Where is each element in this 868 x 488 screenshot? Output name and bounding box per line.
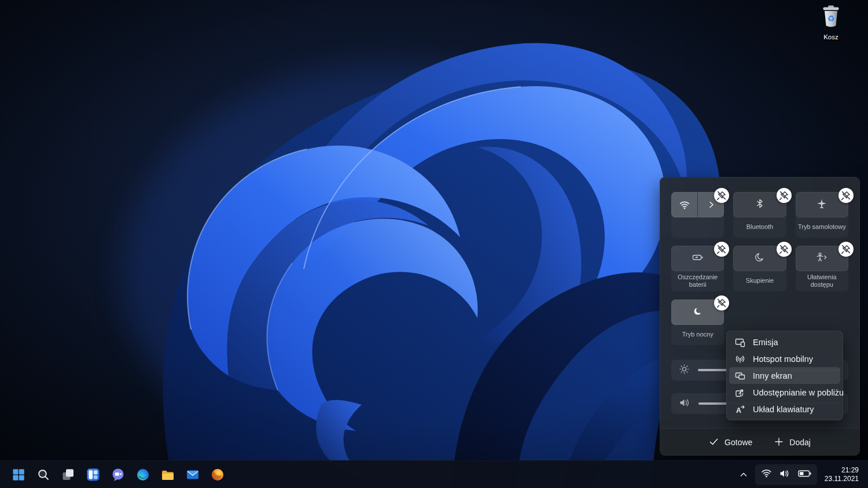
menu-item-label: Udostępnianie w pobliżu — [753, 388, 844, 397]
task-view-button[interactable] — [57, 464, 79, 486]
search-button[interactable] — [32, 464, 54, 486]
battery-tray-icon — [798, 469, 811, 480]
unpin-badge[interactable] — [714, 295, 729, 310]
unpin-badge[interactable] — [714, 188, 729, 203]
tile-label: Tryb samolotowy — [796, 217, 848, 236]
add-tile-menu: Emisja Hotspot mobilny Inny ekran Udostę… — [726, 331, 843, 420]
recycle-bin-icon: ♻ — [821, 3, 841, 32]
add-label: Dodaj — [789, 438, 811, 447]
night-light-icon — [692, 305, 704, 319]
tray-overflow-button[interactable] — [736, 465, 751, 484]
menu-item-label: Emisja — [753, 338, 778, 347]
start-button[interactable] — [8, 464, 30, 486]
file-explorer-button[interactable] — [157, 464, 179, 486]
speaker-icon — [679, 397, 690, 411]
firefox-button[interactable] — [207, 464, 229, 486]
recycle-bin[interactable]: ♻ Kosz — [812, 3, 849, 40]
unpin-badge[interactable] — [777, 188, 792, 203]
moon-icon — [754, 252, 766, 265]
menu-item-label: Hotspot mobilny — [753, 354, 813, 364]
hotspot-icon — [734, 354, 745, 364]
recycle-bin-label: Kosz — [823, 34, 838, 40]
bluetooth-icon — [754, 198, 766, 212]
tile-label: Bluetooth — [733, 217, 786, 236]
tile-label: Oszczędzanie baterii — [671, 271, 724, 290]
mail-icon — [186, 468, 200, 482]
done-button[interactable]: Gotowe — [709, 437, 752, 448]
menu-item-cast[interactable]: Emisja — [729, 334, 840, 350]
tile-label: Tryb nocny — [671, 325, 724, 344]
chevron-up-icon — [739, 470, 748, 479]
nearby-sharing-icon — [734, 387, 745, 398]
tile-battery-saver[interactable]: Oszczędzanie baterii — [671, 246, 724, 291]
sun-icon — [679, 364, 690, 377]
menu-item-keyboard-layout[interactable]: A Układ klawiatury — [729, 401, 840, 417]
tile-label: Ułatwienia dostępu — [796, 271, 848, 290]
windows-desktop: ♻ Kosz — [0, 0, 868, 488]
chat-icon — [111, 468, 125, 482]
battery-saver-icon — [692, 252, 704, 265]
widgets-button[interactable] — [82, 464, 104, 486]
windows-logo-icon — [12, 468, 25, 482]
tray-time: 21:29 — [825, 466, 859, 475]
cast-icon — [734, 337, 745, 347]
unpin-badge[interactable] — [777, 242, 792, 257]
menu-item-label: Układ klawiatury — [753, 405, 814, 414]
svg-text:A: A — [736, 406, 741, 414]
task-view-icon — [61, 468, 75, 482]
menu-item-label: Inny ekran — [753, 371, 792, 380]
menu-item-project[interactable]: Inny ekran — [729, 367, 840, 384]
tile-focus[interactable]: Skupienie — [733, 246, 786, 291]
unpin-badge[interactable] — [838, 242, 854, 257]
done-label: Gotowe — [724, 438, 752, 447]
tile-bluetooth[interactable]: Bluetooth — [733, 192, 786, 238]
recycle-symbol: ♻ — [827, 14, 835, 23]
edge-button[interactable] — [132, 464, 154, 486]
check-icon — [709, 437, 719, 448]
widgets-icon — [86, 468, 100, 482]
wifi-tray-icon — [761, 469, 772, 480]
quick-settings-tiles: Bluetooth Tryb samolotowy — [671, 192, 848, 345]
menu-item-mobile-hotspot[interactable]: Hotspot mobilny — [729, 350, 840, 367]
taskbar-apps — [8, 464, 229, 486]
volume-tray-icon — [779, 469, 790, 480]
menu-item-nearby-sharing[interactable]: Udostępnianie w pobliżu — [729, 384, 840, 401]
wifi-icon[interactable] — [671, 192, 697, 217]
second-screen-icon — [734, 371, 745, 381]
clock[interactable]: 21:29 23.11.2021 — [825, 466, 859, 483]
firefox-icon — [211, 468, 225, 482]
unpin-badge[interactable] — [838, 188, 854, 203]
mail-button[interactable] — [182, 464, 204, 486]
tile-label: Skupienie — [733, 271, 786, 290]
keyboard-layout-icon: A — [734, 404, 745, 415]
tile-label — [671, 217, 724, 236]
folder-icon — [161, 468, 175, 482]
chat-button[interactable] — [107, 464, 129, 486]
quick-settings-footer: Gotowe Dodaj — [660, 428, 860, 456]
edge-icon — [136, 468, 150, 482]
tile-accessibility[interactable]: Ułatwienia dostępu — [796, 246, 848, 291]
tile-network[interactable] — [671, 192, 724, 238]
system-tray: 21:29 23.11.2021 — [736, 464, 860, 485]
airplane-icon — [816, 198, 827, 212]
tile-night-light[interactable]: Tryb nocny — [671, 300, 724, 345]
accessibility-person-icon — [815, 252, 828, 265]
search-icon — [36, 468, 50, 482]
tray-date: 23.11.2021 — [825, 475, 859, 483]
tile-airplane-mode[interactable]: Tryb samolotowy — [796, 192, 848, 238]
plus-icon — [774, 437, 784, 448]
add-button[interactable]: Dodaj — [774, 437, 811, 448]
taskbar: 21:29 23.11.2021 — [0, 460, 868, 488]
unpin-badge[interactable] — [714, 242, 729, 257]
tray-status-button[interactable] — [755, 464, 817, 485]
